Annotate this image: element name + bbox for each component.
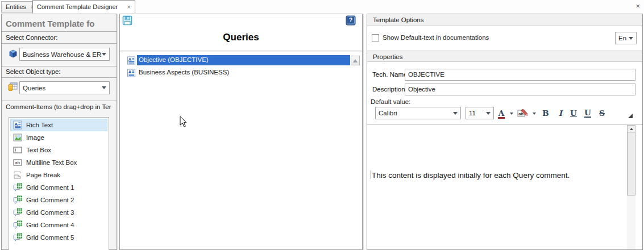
font-color-swatch [498,117,505,119]
double-underline-button[interactable]: U [581,107,594,119]
chevron-down-icon[interactable] [533,113,536,115]
chevron-down-icon[interactable] [510,113,513,115]
comment-item-grid-comment-3[interactable]: Grid Comment 3 [10,206,107,219]
rich-text-icon: A [127,56,136,65]
grid-comment-icon [13,220,22,230]
scroll-up-button[interactable] [351,56,360,65]
page-break-icon [13,170,22,180]
strikethrough-button[interactable]: S [596,107,608,119]
grid-comment-icon [13,233,22,242]
text-caret [371,170,371,179]
comment-item-label: Grid Comment 2 [26,197,74,203]
editor-scrollbar[interactable] [627,125,635,249]
triangle-up-icon [630,128,633,130]
highlight-color-button[interactable]: ab [516,107,529,119]
grid-comment-icon [13,183,22,192]
svg-text:A: A [15,122,18,127]
object-type-select[interactable]: Queries [19,81,110,94]
show-default-text-checkbox[interactable] [372,34,379,41]
default-value-editor[interactable]: This content is displayed initially for … [367,124,642,249]
save-icon[interactable] [122,15,132,26]
chevron-down-icon [102,53,106,56]
comment-item-grid-comment-5[interactable]: Grid Comment 5 [10,231,107,244]
comment-item-rich-text[interactable]: A Rich Text [10,119,107,131]
comment-item-label: Page Break [26,172,60,178]
multiline-text-box-icon: ab [13,158,22,167]
tech-name-label: Tech. Name [372,71,407,78]
underline-button[interactable]: U [567,107,580,119]
chevron-down-icon [453,112,458,115]
comment-items-list: A Rich Text Image Text Box ab M [9,117,109,250]
object-type-table-icon [7,82,18,92]
comment-item-image[interactable]: Image [10,131,107,144]
chevron-down-icon [629,37,633,40]
svg-text:A: A [128,56,132,61]
tab-label: Entities [6,3,26,10]
comment-item-multiline-text-box[interactable]: ab Multiline Text Box [10,156,107,169]
grid-comment-icon [13,195,22,205]
comment-item-text-box[interactable]: Text Box [10,144,107,156]
divider [2,43,117,44]
comment-items-header: Comment-Items (to drag+drop in Ter [6,103,115,110]
triangle-up-icon [353,59,358,63]
query-row-label: Business Aspects (BUSINESS) [137,68,350,78]
language-select[interactable]: En [615,32,637,44]
tab-comment-template-designer[interactable]: Comment Template Designer × [32,0,135,13]
connector-select[interactable]: Business Warehouse & ERP [19,48,110,61]
comment-item-label: Grid Comment 3 [26,209,74,216]
help-icon[interactable]: ? [346,15,356,26]
left-panel-title: Comment Template fo [6,19,115,28]
divider [2,31,117,32]
font-color-button[interactable]: A [495,107,508,119]
comment-item-grid-comment-1[interactable]: Grid Comment 1 [10,181,107,194]
tech-name-field[interactable]: OBJECTIVE [405,69,635,81]
description-field[interactable]: Objective [405,84,635,95]
mouse-cursor-icon [180,116,188,129]
left-sidebar: Comment Template fo Select Connector: Bu… [1,14,117,250]
close-icon[interactable]: × [127,3,131,10]
comment-item-page-break[interactable]: Page Break [10,169,107,181]
toolbar-resize-grip[interactable] [628,114,633,118]
query-row-business-aspects[interactable]: A Business Aspects (BUSINESS) [127,68,350,78]
scrollbar-thumb[interactable] [627,132,635,195]
grid-comment-icon [13,208,22,217]
template-options-header: Template Options [367,14,642,26]
comment-item-label: Grid Comment 4 [26,222,74,228]
template-canvas-panel: ? Queries A Objective (OBJECTIVE) A Busi… [119,14,363,250]
description-label: Description [372,86,405,93]
comment-item-label: Rich Text [26,122,53,128]
query-row-label: Objective (OBJECTIVE) [137,55,350,65]
chevron-down-icon [486,112,491,115]
font-name-select[interactable]: Calibri [375,107,461,119]
query-row-objective[interactable]: A Objective (OBJECTIVE) [127,55,350,65]
connector-cube-icon [8,49,18,59]
comment-item-grid-comment-2[interactable]: Grid Comment 2 [10,194,107,206]
text-box-icon [13,145,22,155]
comment-item-label: Grid Comment 1 [26,184,74,191]
chevron-down-icon [102,86,106,89]
tab-bar: Entities × Comment Template Designer × × [0,0,644,13]
comment-item-label: Grid Comment 5 [26,234,74,241]
editor-text: This content is displayed initially for … [371,170,570,180]
comment-item-grid-comment-4[interactable]: Grid Comment 4 [10,219,107,231]
comment-item-label: Multiline Text Box [26,159,77,166]
rich-text-icon: A [127,69,136,77]
svg-text:ab: ab [15,160,20,165]
divider [2,77,117,78]
svg-text:A: A [128,69,132,74]
comment-item-label: Image [26,134,44,141]
comment-template-designer-screen: Entities × Comment Template Designer × ×… [0,0,644,250]
font-size-select[interactable]: 11 [466,107,494,119]
bold-button[interactable]: B [539,107,552,119]
divider [120,51,362,52]
default-value-label: Default value: [371,98,410,105]
comment-item-label: Text Box [26,147,51,153]
show-default-text-label: Show Default-text in documentations [383,34,489,41]
image-icon [13,133,22,142]
select-object-type-header: Select Object type: [6,68,115,75]
properties-panel: Template Options Show Default-text in do… [367,14,643,250]
tab-entities[interactable]: Entities × [1,1,32,13]
tab-label: Comment Template Designer [37,3,118,10]
close-icon[interactable]: × [635,2,640,10]
italic-button[interactable]: I [554,107,567,119]
